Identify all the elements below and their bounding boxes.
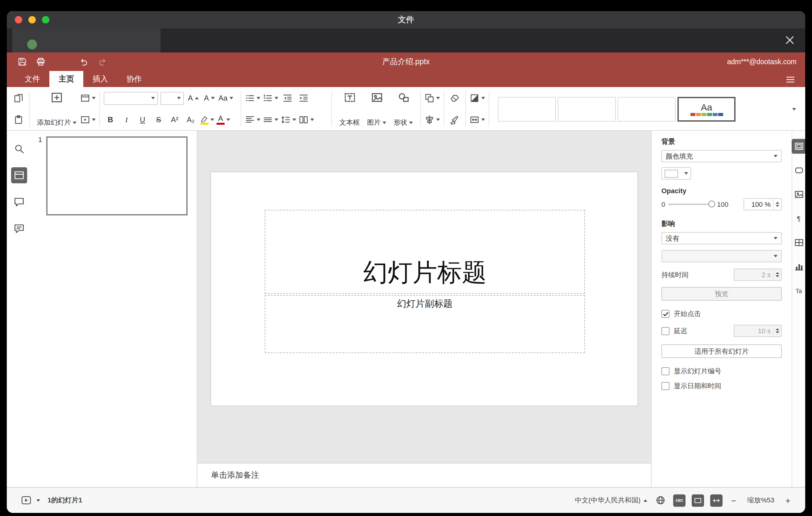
fit-to-slide-toggle[interactable] xyxy=(692,494,704,507)
tab-home[interactable]: 主页 xyxy=(49,71,83,87)
align-objects-button[interactable] xyxy=(425,112,440,127)
tab-file[interactable]: 文件 xyxy=(16,71,49,87)
strikeout-button[interactable]: S xyxy=(152,112,165,127)
opacity-slider-knob[interactable] xyxy=(708,201,715,207)
numbering-button[interactable] xyxy=(263,91,278,106)
slide-canvas[interactable]: 幻灯片标题 幻灯片副标题 xyxy=(198,131,651,463)
opacity-label: Opacity xyxy=(662,187,782,194)
close-preview-button[interactable] xyxy=(784,34,795,46)
slides-panel-button[interactable] xyxy=(11,167,27,183)
start-on-click-checkbox[interactable] xyxy=(662,310,669,318)
comments-button[interactable] xyxy=(11,194,27,210)
spinner-arrows[interactable] xyxy=(773,269,781,280)
shape-settings-tab[interactable] xyxy=(791,163,805,178)
theme-option-2[interactable] xyxy=(558,96,616,121)
chart-settings-tab[interactable] xyxy=(791,259,805,274)
title-placeholder[interactable]: 幻灯片标题 xyxy=(265,210,585,294)
spinner-arrows[interactable] xyxy=(773,199,781,210)
columns-button[interactable] xyxy=(299,112,314,127)
start-slideshow-button[interactable] xyxy=(19,493,33,508)
search-button[interactable] xyxy=(11,141,27,157)
paragraph-settings-tab[interactable]: ¶ xyxy=(791,211,805,226)
table-settings-tab[interactable] xyxy=(791,235,805,250)
fit-to-width-toggle[interactable] xyxy=(710,494,723,507)
opacity-slider[interactable] xyxy=(668,204,714,205)
slide-size-button[interactable] xyxy=(469,112,485,127)
fit-to-width-icon xyxy=(712,496,721,505)
copy-style-button[interactable] xyxy=(448,112,462,127)
clear-style-button[interactable] xyxy=(448,91,462,106)
preview-slideshow-button[interactable] xyxy=(80,112,96,127)
save-button[interactable] xyxy=(16,55,29,68)
add-slide-button[interactable]: 添加幻灯片 xyxy=(33,89,80,128)
copy-button[interactable] xyxy=(12,91,25,106)
preview-effect-button[interactable]: 预览 xyxy=(662,287,782,300)
print-button[interactable] xyxy=(34,55,48,68)
spellcheck-toggle[interactable]: ABC xyxy=(673,494,686,507)
undo-button[interactable] xyxy=(77,55,91,68)
bullets-button[interactable] xyxy=(245,91,260,106)
underline-button[interactable]: U xyxy=(136,112,149,127)
zoom-out-button[interactable]: − xyxy=(729,495,738,505)
bold-button[interactable]: B xyxy=(104,112,117,127)
slideshow-options-caret[interactable] xyxy=(36,499,40,501)
slide[interactable]: 幻灯片标题 幻灯片副标题 xyxy=(210,172,638,406)
insert-image-button[interactable]: 图片 xyxy=(364,89,390,128)
superscript-button[interactable]: A² xyxy=(168,112,181,127)
toolbar-separator xyxy=(29,91,30,126)
hamburger-menu-button[interactable] xyxy=(785,75,795,84)
insert-shape-button[interactable]: 形状 xyxy=(390,89,416,128)
show-date-time-checkbox[interactable] xyxy=(662,382,669,390)
decrease-font-size-button[interactable]: A xyxy=(202,91,216,106)
notes-area[interactable]: 单击添加备注 xyxy=(198,463,651,487)
image-settings-tab[interactable] xyxy=(791,187,805,202)
delay-spinner[interactable]: 10 s xyxy=(734,325,782,337)
text-language-selector[interactable]: 中文(中华人民共和国) xyxy=(575,496,647,505)
macos-titlebar: 文件 xyxy=(7,11,805,28)
fill-type-select[interactable]: 颜色填充 xyxy=(662,150,782,162)
subtitle-placeholder[interactable]: 幻灯片副标题 xyxy=(265,295,585,353)
effect-type-select[interactable] xyxy=(662,250,782,262)
italic-button[interactable]: I xyxy=(120,112,133,127)
font-size-combobox[interactable] xyxy=(161,92,184,105)
zoom-in-button[interactable]: + xyxy=(783,495,793,505)
change-case-button[interactable]: Aa xyxy=(219,91,233,106)
chat-button[interactable] xyxy=(11,220,27,236)
line-spacing-button[interactable] xyxy=(281,112,296,127)
font-name-combobox[interactable] xyxy=(104,92,158,105)
document-language-button[interactable] xyxy=(654,493,667,508)
tab-insert[interactable]: 插入 xyxy=(83,71,117,87)
slide-settings-tab[interactable] xyxy=(791,139,805,154)
duration-spinner[interactable]: 2 s xyxy=(734,268,782,281)
fill-color-select[interactable] xyxy=(662,167,691,180)
effect-select[interactable]: 没有 xyxy=(662,232,782,245)
decrease-indent-button[interactable] xyxy=(281,91,294,106)
show-slide-number-checkbox[interactable] xyxy=(662,367,669,375)
slide-thumbnail-1[interactable] xyxy=(46,136,187,216)
toolbar-collapse-button[interactable] xyxy=(788,103,800,115)
arrange-objects-button[interactable] xyxy=(425,91,440,106)
highlight-color-button[interactable] xyxy=(200,112,214,127)
image-icon xyxy=(371,91,383,104)
change-layout-button[interactable] xyxy=(80,91,96,106)
delay-checkbox[interactable] xyxy=(662,327,669,335)
theme-option-selected[interactable]: Aa xyxy=(677,96,735,121)
slide-fill-button[interactable] xyxy=(469,91,485,106)
apply-to-all-slides-button[interactable]: 适用于所有幻灯片 xyxy=(662,344,782,358)
theme-option-1[interactable] xyxy=(498,96,556,121)
insert-textbox-button[interactable]: 文本框 xyxy=(336,89,364,128)
slide-layout-icon xyxy=(80,93,90,103)
font-color-button[interactable]: A xyxy=(216,112,230,127)
subscript-button[interactable]: A₂ xyxy=(184,112,198,127)
textart-settings-tab[interactable]: Ta xyxy=(791,283,805,298)
tab-collaboration[interactable]: 协作 xyxy=(117,71,151,87)
redo-button[interactable] xyxy=(96,55,109,68)
increase-font-size-button[interactable]: A xyxy=(186,91,200,106)
opacity-spinner[interactable]: 100 % xyxy=(744,198,782,210)
paste-button[interactable] xyxy=(12,112,25,127)
spinner-arrows[interactable] xyxy=(773,325,781,336)
vertical-align-button[interactable] xyxy=(263,112,278,127)
theme-option-3[interactable] xyxy=(618,96,676,121)
increase-indent-button[interactable] xyxy=(297,91,310,106)
horizontal-align-button[interactable] xyxy=(245,112,260,127)
